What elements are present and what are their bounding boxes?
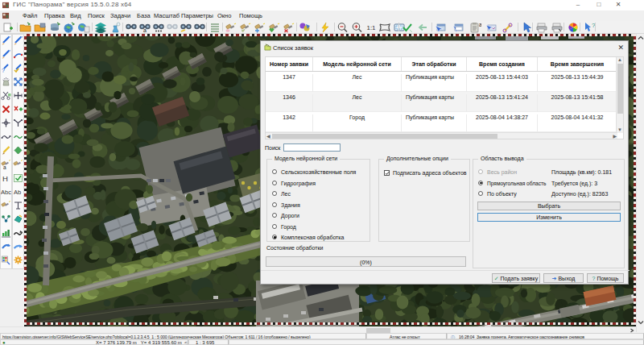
svg-text:Ab: Ab: [14, 189, 21, 196]
svg-text:1:1: 1:1: [366, 24, 376, 31]
svg-text:Abc: Abc: [1, 189, 11, 196]
svg-text:a: a: [3, 164, 6, 170]
svg-text:?: ?: [2, 68, 5, 73]
svg-text:H: H: [2, 174, 8, 183]
svg-text:a: a: [479, 22, 481, 27]
svg-text:a: a: [143, 27, 147, 33]
